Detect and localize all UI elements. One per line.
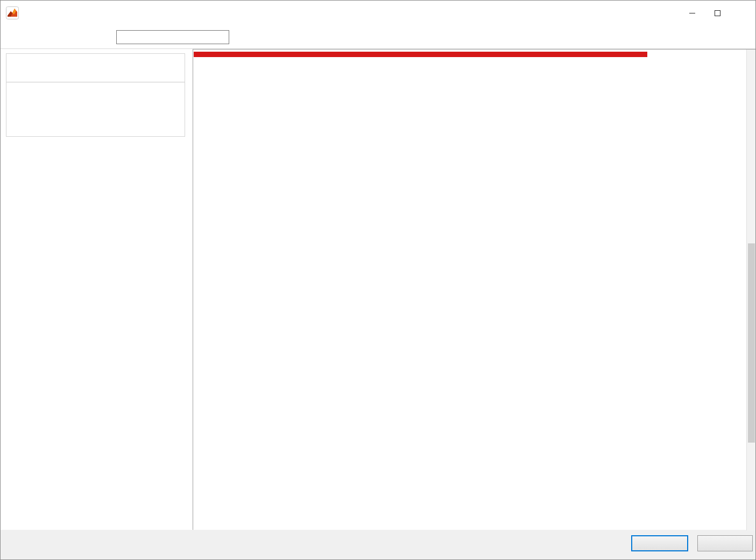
highlight-rectangle — [194, 52, 647, 57]
contents-section — [6, 54, 185, 82]
minimize-icon — [689, 13, 695, 13]
scroll-down-icon[interactable] — [747, 521, 756, 530]
code-panel — [193, 49, 756, 531]
title-bar — [1, 1, 755, 25]
footer-bar — [1, 530, 755, 559]
code-scrollbar[interactable] — [746, 50, 756, 530]
scroll-up-icon[interactable] — [747, 50, 756, 59]
ok-button[interactable] — [631, 535, 688, 551]
sidebar — [6, 53, 185, 137]
minimize-button[interactable] — [680, 1, 705, 25]
help-button[interactable] — [697, 535, 753, 551]
app-icon — [6, 6, 19, 19]
window-controls — [680, 1, 755, 25]
scrollbar-thumb[interactable] — [748, 243, 755, 443]
find-input[interactable] — [116, 30, 229, 44]
maximize-button[interactable] — [705, 1, 730, 25]
generated-code-section — [6, 82, 185, 136]
maximize-icon — [715, 10, 720, 16]
code-generation-report-window — [0, 0, 756, 560]
find-toolbar — [1, 25, 755, 49]
close-button[interactable] — [730, 1, 755, 25]
